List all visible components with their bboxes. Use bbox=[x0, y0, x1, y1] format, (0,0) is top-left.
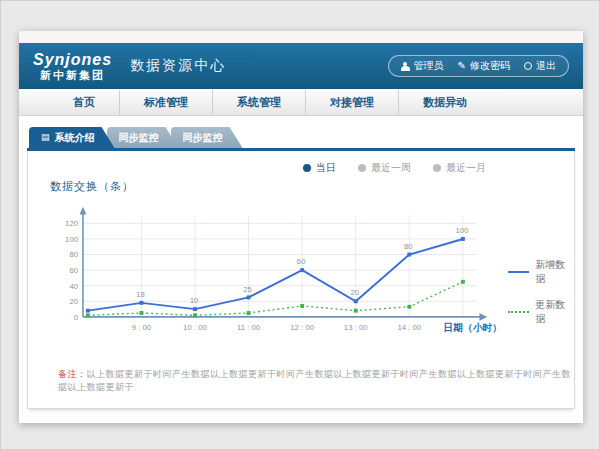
tab-0[interactable]: ▤系统介绍 bbox=[29, 127, 115, 148]
svg-text:10 : 00: 10 : 00 bbox=[183, 323, 207, 332]
range-option-label: 最近一月 bbox=[446, 161, 486, 175]
logo-subtext: 新中新集团 bbox=[40, 70, 105, 81]
legend-label: 新增数据 bbox=[535, 258, 574, 286]
power-icon bbox=[524, 62, 532, 70]
svg-text:18: 18 bbox=[136, 290, 145, 299]
tab-label: 同步监控 bbox=[183, 127, 223, 148]
nav-item-3[interactable]: 对接管理 bbox=[306, 90, 399, 115]
logout-label: 退出 bbox=[536, 59, 556, 73]
browser-page: Synjones 新中新集团 数据资源中心 管理员 ✎ 修改密码 退出 bbox=[19, 31, 583, 423]
svg-text:40: 40 bbox=[69, 282, 78, 291]
radio-icon bbox=[303, 164, 311, 172]
tab-1[interactable]: 同步监控 bbox=[107, 127, 179, 148]
page-top-strip bbox=[19, 31, 583, 43]
time-range-filter: 当日最近一周最近一月 bbox=[28, 151, 574, 175]
tab-2[interactable]: 同步监控 bbox=[171, 127, 243, 148]
svg-text:80: 80 bbox=[69, 250, 78, 259]
range-option-2[interactable]: 最近一月 bbox=[433, 161, 486, 175]
svg-text:25: 25 bbox=[243, 285, 252, 294]
app-header: Synjones 新中新集团 数据资源中心 管理员 ✎ 修改密码 退出 bbox=[19, 43, 583, 89]
footnote-text: 以上数据更新于时间产生数据以上数据更新于时间产生数据以上数据更新于时间产生数据以… bbox=[58, 369, 571, 392]
nav-item-2[interactable]: 系统管理 bbox=[213, 90, 306, 115]
line-chart: 0204060801001209 : 0010 : 0011 : 0012 : … bbox=[44, 196, 506, 354]
current-user-label: 管理员 bbox=[414, 59, 444, 73]
legend-line-sample bbox=[508, 271, 529, 273]
svg-text:13 : 00: 13 : 00 bbox=[344, 323, 368, 332]
main-nav: 首页标准管理系统管理对接管理数据异动 bbox=[19, 89, 583, 116]
change-password-button[interactable]: ✎ 修改密码 bbox=[458, 59, 510, 73]
desktop-backdrop: Synjones 新中新集团 数据资源中心 管理员 ✎ 修改密码 退出 bbox=[0, 0, 600, 450]
legend-label: 更新数据 bbox=[535, 298, 574, 326]
footnote: 备注：以上数据更新于时间产生数据以上数据更新于时间产生数据以上数据更新于时间产生… bbox=[58, 368, 574, 394]
tab-label: 同步监控 bbox=[119, 127, 159, 148]
document-icon: ▤ bbox=[41, 133, 50, 142]
svg-text:日期（小时）: 日期（小时） bbox=[443, 322, 501, 333]
svg-text:120: 120 bbox=[65, 219, 79, 228]
svg-text:10: 10 bbox=[190, 296, 199, 305]
logout-button[interactable]: 退出 bbox=[524, 59, 556, 73]
legend-item-0: 新增数据 bbox=[508, 258, 574, 286]
legend-item-1: 更新数据 bbox=[508, 298, 574, 326]
svg-text:80: 80 bbox=[404, 242, 413, 251]
current-user-button[interactable]: 管理员 bbox=[401, 59, 444, 73]
range-option-label: 当日 bbox=[316, 161, 336, 175]
svg-text:20: 20 bbox=[350, 288, 359, 297]
range-option-1[interactable]: 最近一周 bbox=[358, 161, 411, 175]
user-icon bbox=[401, 62, 410, 71]
range-option-0[interactable]: 当日 bbox=[303, 161, 336, 175]
svg-text:60: 60 bbox=[69, 266, 78, 275]
nav-item-1[interactable]: 标准管理 bbox=[120, 90, 213, 115]
tabs-bar: ▤系统介绍同步监控同步监控 bbox=[29, 127, 583, 148]
company-logo: Synjones 新中新集团 bbox=[33, 52, 112, 81]
nav-item-0[interactable]: 首页 bbox=[49, 90, 120, 115]
page-title: 数据资源中心 bbox=[130, 57, 226, 75]
svg-text:9 : 00: 9 : 00 bbox=[132, 323, 152, 332]
svg-text:0: 0 bbox=[74, 313, 79, 322]
chart-y-axis-title: 数据交换（条） bbox=[50, 179, 574, 194]
chart-container: 0204060801001209 : 0010 : 0011 : 0012 : … bbox=[28, 196, 574, 354]
change-password-label: 修改密码 bbox=[470, 59, 510, 73]
svg-text:100: 100 bbox=[455, 226, 469, 235]
svg-text:20: 20 bbox=[69, 297, 78, 306]
system-intro-panel: 当日最近一周最近一月 数据交换（条） 0204060801001209 : 00… bbox=[27, 151, 575, 409]
radio-icon bbox=[358, 164, 366, 172]
svg-text:11 : 00: 11 : 00 bbox=[237, 323, 261, 332]
logo-text: Synjones bbox=[33, 52, 112, 68]
svg-text:60: 60 bbox=[297, 257, 306, 266]
footnote-prefix: 备注： bbox=[58, 369, 87, 379]
nav-item-4[interactable]: 数据异动 bbox=[399, 90, 491, 115]
user-toolbar: 管理员 ✎ 修改密码 退出 bbox=[388, 55, 569, 77]
content-area: ▤系统介绍同步监控同步监控 当日最近一周最近一月 数据交换（条） 0204060… bbox=[19, 116, 583, 409]
legend-line-sample bbox=[508, 311, 529, 313]
svg-text:12 : 00: 12 : 00 bbox=[290, 323, 314, 332]
radio-icon bbox=[433, 164, 441, 172]
svg-text:14 : 00: 14 : 00 bbox=[397, 323, 421, 332]
svg-text:100: 100 bbox=[65, 235, 79, 244]
tab-label: 系统介绍 bbox=[55, 127, 95, 148]
chart-legend: 新增数据更新数据 bbox=[508, 258, 574, 326]
range-option-label: 最近一周 bbox=[371, 161, 411, 175]
edit-icon: ✎ bbox=[458, 61, 466, 71]
